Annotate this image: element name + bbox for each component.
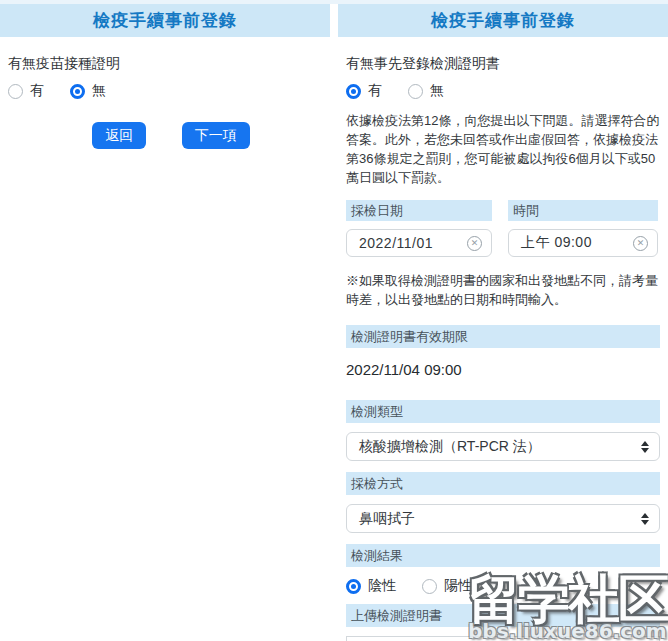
- test-type-label: 檢測類型: [346, 400, 660, 423]
- radio-unselected-icon[interactable]: [408, 84, 423, 99]
- left-page-title: 檢疫手續事前登錄: [93, 9, 237, 32]
- next-button[interactable]: 下一項: [182, 122, 250, 149]
- quarantine-law-notice: 依據檢疫法第12條，向您提出以下問題。請選擇符合的答案。此外，若您未回答或作出虛…: [346, 111, 660, 187]
- sample-time-input[interactable]: 上午 09:00 ✕: [508, 229, 658, 257]
- vaccine-radio-yes[interactable]: 有: [8, 82, 44, 100]
- radio-selected-icon[interactable]: [70, 84, 85, 99]
- timezone-note: ※如果取得檢測證明書的國家和出發地點不同，請考量時差，以出發地點的日期和時間輸入…: [346, 271, 660, 309]
- left-header-bar: 檢疫手續事前登錄: [0, 4, 330, 37]
- panel-test-certificate-step: 檢疫手續事前登錄 有無事先登錄檢測證明書 有 無 依據檢疫法第12條，向您提出以…: [338, 0, 668, 641]
- right-content: 有無事先登錄檢測證明書 有 無 依據檢疫法第12條，向您提出以下問題。請選擇符合…: [338, 55, 668, 641]
- right-header-bar: 檢疫手續事前登錄: [338, 4, 668, 37]
- back-button[interactable]: 返回: [92, 122, 146, 149]
- vaccine-question-label: 有無疫苗接種證明: [8, 55, 322, 73]
- date-time-row: 採檢日期 2022/11/01 ✕ 時間 上午 09:00 ✕: [346, 200, 660, 257]
- panel-vaccine-step: 檢疫手續事前登錄 有無疫苗接種證明 有 無 返回 下一項: [0, 0, 330, 641]
- upload-label: 上傳檢測證明書: [346, 604, 660, 627]
- result-radio-positive[interactable]: 陽性: [422, 577, 472, 595]
- top-strip: [0, 0, 668, 4]
- test-type-select[interactable]: 核酸擴增檢測（RT-PCR 法）: [346, 432, 660, 461]
- radio-selected-icon[interactable]: [346, 84, 361, 99]
- sample-date-field: 採檢日期 2022/11/01 ✕: [346, 200, 492, 257]
- test-result-radio-group: 陰性 陽性: [346, 577, 660, 595]
- screen: 檢疫手續事前登錄 有無疫苗接種證明 有 無 返回 下一項: [0, 0, 668, 641]
- select-arrows-icon: [641, 441, 649, 453]
- sample-date-label: 採檢日期: [346, 200, 492, 221]
- radio-unselected-icon[interactable]: [422, 579, 437, 594]
- radio-unselected-icon[interactable]: [8, 84, 23, 99]
- test-cert-radio-yes[interactable]: 有: [346, 82, 382, 100]
- result-radio-negative[interactable]: 陰性: [346, 577, 396, 595]
- select-arrows-icon: [641, 513, 649, 525]
- upload-file-input[interactable]: No file chosen Browse: [346, 636, 660, 641]
- left-content: 有無疫苗接種證明 有 無 返回 下一項: [0, 55, 330, 149]
- validity-label: 檢測證明書有效期限: [346, 325, 660, 348]
- test-result-label: 檢測結果: [346, 544, 660, 567]
- clear-time-icon[interactable]: ✕: [633, 236, 648, 251]
- clear-date-icon[interactable]: ✕: [467, 236, 482, 251]
- right-page-title: 檢疫手續事前登錄: [431, 9, 575, 32]
- sample-method-label: 採檢方式: [346, 472, 660, 495]
- sample-method-select[interactable]: 鼻咽拭子: [346, 504, 660, 533]
- test-cert-radio-group: 有 無: [346, 82, 660, 100]
- left-button-row: 返回 下一項: [8, 122, 322, 149]
- sample-time-label: 時間: [508, 200, 658, 221]
- validity-value: 2022/11/04 09:00: [346, 361, 660, 378]
- test-cert-question-label: 有無事先登錄檢測證明書: [346, 55, 660, 73]
- radio-selected-icon[interactable]: [346, 579, 361, 594]
- sample-date-input[interactable]: 2022/11/01 ✕: [346, 229, 492, 257]
- vaccine-radio-group: 有 無: [8, 82, 322, 100]
- test-cert-radio-no[interactable]: 無: [408, 82, 444, 100]
- vaccine-radio-no[interactable]: 無: [70, 82, 106, 100]
- sample-time-field: 時間 上午 09:00 ✕: [508, 200, 658, 257]
